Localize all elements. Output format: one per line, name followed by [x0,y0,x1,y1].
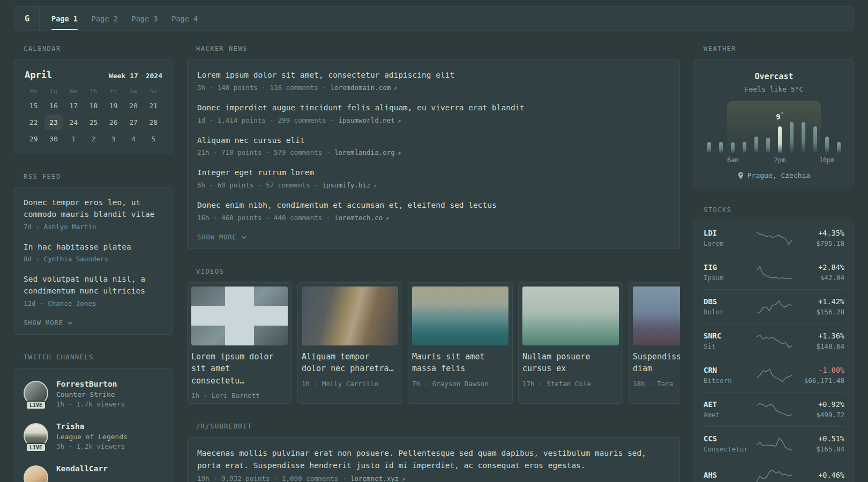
external-link-icon: ↗ [373,182,377,189]
rss-item-title[interactable]: In hac habitasse platea [24,242,163,253]
twitch-list: LIVE ForrestBurton Counter-Strike 1h · 1… [24,373,163,482]
rss-widget: RSS FEED Donec tempor eros leo, ut commo… [14,173,173,335]
hackernews-item-meta: 1d · 1,414 points · 299 comments · ipsum… [197,116,670,124]
hackernews-item-domain[interactable]: loremdomain.com [330,84,391,92]
calendar-day-headers: MoTuWeThFrSaSu [24,86,163,97]
video-title[interactable]: Suspendisse diam [633,351,680,375]
weather-time-label: 2pm [774,156,786,164]
rss-item-title[interactable]: Sed volutpat nulla nisl, a condimentum n… [24,274,163,297]
video-thumbnail[interactable] [191,287,288,345]
hackernews-item-stats: 3h · 148 points · 116 comments · [197,84,330,92]
weather-widget: WEATHER Overcast Feels like 5°C 9° 6am2p… [694,45,854,187]
video-card[interactable]: Mauris sit amet massa felis 7h · Grayson… [408,282,513,404]
calendar-day-header: We [64,86,84,97]
stock-price: $156.28 [793,308,844,316]
stocks-widget: STOCKS LDI Lorem +4.35% $795.18 [694,206,854,482]
tab-page-2[interactable]: Page 2 [92,7,118,30]
video-title[interactable]: Mauris sit amet massa felis [412,351,508,375]
calendar-day: 28 [145,115,162,130]
hackernews-item-title[interactable]: Donec imperdiet augue tincidunt felis al… [197,102,670,114]
video-title[interactable]: Lorem ipsum dolor sit amet consectetu… [191,351,288,387]
calendar-day: 23 [44,115,62,130]
stock-row[interactable]: SNRC Sit +1.36% $148.64 [704,324,844,358]
video-card[interactable]: Suspendisse diam 18h · Tara [628,282,680,404]
hackernews-item-title[interactable]: Donec enim nibh, condimentum et accumsan… [197,200,670,212]
avatar [24,465,48,482]
reddit-card: Maecenas mollis pulvinar erat non posuer… [187,437,680,482]
hackernews-item-stats: 1d · 1,414 points · 299 comments · [197,116,338,124]
video-card[interactable]: Lorem ipsum dolor sit amet consectetu… 1… [187,282,292,404]
stock-row[interactable]: AHS +0.46% [704,461,844,482]
live-badge: LIVE [26,401,46,410]
hackernews-item: Donec enim nibh, condimentum et accumsan… [197,194,670,227]
stock-price: $42.04 [793,274,844,282]
stock-row[interactable]: CRN Bitcorn -1.00% $66,171.48 [704,358,844,393]
rss-item-meta: 12d · Chance Jones [24,299,163,307]
external-link-icon: ↗ [398,117,401,124]
stock-price: $795.18 [793,239,844,247]
twitch-channel-name[interactable]: Trisha [56,422,128,431]
stock-name: Sit [704,342,755,350]
weather-bar [809,105,821,153]
twitch-channel-row[interactable]: LIVE ForrestBurton Counter-Strike 1h · 1… [24,373,163,415]
video-card[interactable]: Aliquam tempor dolor nec pharetra… 1h · … [297,282,402,404]
stock-sparkline [757,231,792,246]
twitch-channel-info: KendallCarr [56,464,108,482]
hackernews-item-title[interactable]: Integer eget rutrum lorem [197,167,670,179]
video-title[interactable]: Aliquam tempor dolor nec pharetra… [302,351,398,375]
stock-change: +4.35% [793,229,844,237]
hackernews-item-domain[interactable]: ipsumify.biz [322,181,370,189]
stock-row[interactable]: LDI Lorem +4.35% $795.18 [704,221,844,255]
stock-symbol: IIG [704,263,755,272]
reddit-post-title[interactable]: Maecenas mollis pulvinar erat non posuer… [197,447,670,472]
video-meta: 17h · Stefan Cole [522,380,619,388]
tab-page-1[interactable]: Page 1 [51,7,78,30]
video-thumbnail[interactable] [412,287,508,345]
reddit-post-domain[interactable]: loremnet.xyz [350,475,399,482]
calendar-day: 29 [25,131,42,147]
reddit-post-stats: 19h · 9,932 points · 1,090 comments · [197,475,350,482]
twitch-channel-row[interactable]: LIVE KendallCarr [24,457,163,482]
rss-item-title[interactable]: Donec tempor eros leo, ut commodo mauris… [24,197,163,221]
weather-card: Overcast Feels like 5°C 9° 6am2pm10pm Pr… [694,59,854,187]
stock-row[interactable]: AET Amet +0.92% $499.72 [704,393,844,427]
page-tabs: Page 1 Page 2 Page 3 Page 4 [40,7,212,30]
stock-name: Lorem [704,239,755,247]
video-card[interactable]: Nullam posuere cursus ex 17h · Stefan Co… [518,282,623,404]
video-title[interactable]: Nullam posuere cursus ex [522,351,619,375]
calendar-day: 4 [124,131,142,147]
video-thumbnail[interactable] [302,287,398,345]
location-pin-icon [738,172,744,179]
weather-time-label: 6am [727,156,739,164]
hackernews-show-more-button[interactable]: SHOW MORE [197,227,670,244]
twitch-channel-name[interactable]: ForrestBurton [56,380,125,388]
calendar-week-label: Week 17 [109,72,138,80]
hackernews-item-domain[interactable]: ipsumworld.net [338,116,394,124]
hackernews-item-title[interactable]: Aliquam nec cursus elit [197,135,670,147]
hackernews-widget: HACKER NEWS Lorem ipsum dolor sit amet, … [187,45,680,249]
tab-page-4[interactable]: Page 4 [171,7,198,30]
hackernews-item-domain[interactable]: loremlandia.org [334,148,395,156]
calendar-day: 26 [104,115,122,130]
twitch-channel-game: Counter-Strike [56,390,125,398]
stock-sparkline [757,368,792,383]
left-column: CALENDAR April Week 17·2024 MoTuWeThFrSa… [14,45,173,482]
rss-show-more-button[interactable]: SHOW MORE [24,313,163,330]
reddit-list: Maecenas mollis pulvinar erat non posuer… [197,443,670,482]
stock-row[interactable]: DBS Dolor +1.42% $156.28 [704,290,844,324]
twitch-channel-name[interactable]: KendallCarr [56,464,108,473]
hackernews-item-title[interactable]: Lorem ipsum dolor sit amet, consectetur … [197,70,670,81]
stocks-section-title: STOCKS [704,206,854,214]
stock-row[interactable]: CCS Consectetur +0.51% $165.84 [704,427,844,461]
stock-sparkline [757,265,792,280]
calendar-day-header: Th [84,86,103,97]
hackernews-item-domain[interactable]: loremtech.co [334,214,383,222]
video-thumbnail[interactable] [633,287,680,345]
twitch-channel-row[interactable]: LIVE Trisha League of Legends 3h · 1.2k … [24,415,163,457]
calendar-header: April Week 17·2024 [24,67,163,86]
weather-bar [797,105,809,153]
stock-row[interactable]: IIG Ipsum +2.84% $42.04 [704,255,844,290]
tab-page-3[interactable]: Page 3 [132,7,158,30]
calendar-days-grid: 1516171819202122232425262728293012345 [24,97,163,147]
video-thumbnail[interactable] [522,287,619,345]
